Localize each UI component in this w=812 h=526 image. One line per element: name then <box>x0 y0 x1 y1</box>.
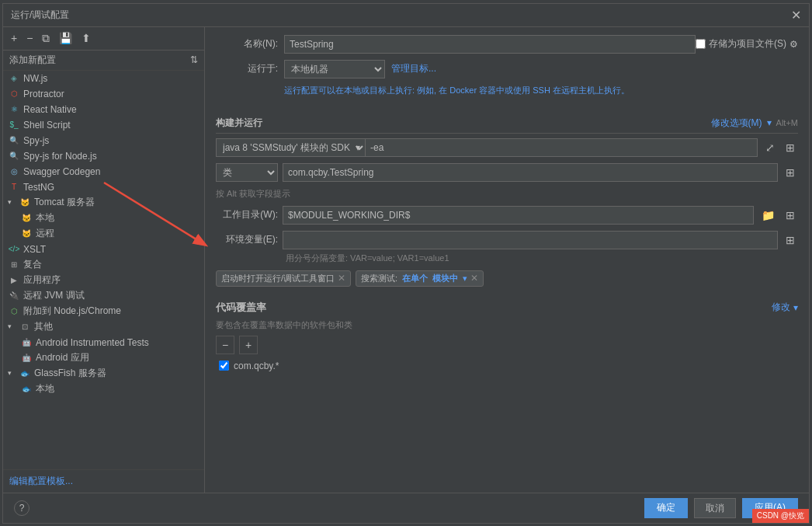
xslt-icon: </> <box>8 243 20 256</box>
sidebar-item-nwjs[interactable]: ◈ NW.js <box>3 71 204 86</box>
sidebar-item-nodechrome[interactable]: ⬡ 附加到 Node.js/Chrome <box>3 304 204 319</box>
left-toolbar: + − ⧉ 💾 ⬆ <box>3 27 204 51</box>
manage-targets-link[interactable]: 管理目标... <box>391 62 436 75</box>
run-hint-row: 运行配置可以在本地或目标上执行: 例如, 在 Docker 容器中或使用 SSH… <box>216 85 798 103</box>
sort-icon[interactable]: ⇅ <box>190 54 198 65</box>
coverage-item-checkbox[interactable] <box>219 361 229 371</box>
tag-startup-close[interactable]: ✕ <box>338 273 345 284</box>
sidebar-item-glassfish[interactable]: ▾ 🐟 GlassFish 服务器 <box>3 366 204 381</box>
sidebar-item-spynode[interactable]: 🔍 Spy-js for Node.js <box>3 148 204 164</box>
add-config-header: 添加新配置 ⇅ <box>3 51 204 71</box>
sidebar-item-protractor[interactable]: ⬡ Protractor <box>3 86 204 102</box>
copy-config-button[interactable]: ⧉ <box>39 31 53 45</box>
run-debug-config-dialog: 运行/调试配置 ✕ + − ⧉ 💾 ⬆ 添加新配置 ⇅ ◈ <box>2 3 810 524</box>
gear-icon[interactable]: ⚙ <box>789 39 798 50</box>
run-on-row: 运行于: 本地机器 管理目标... <box>216 60 798 78</box>
more-vm-btn[interactable]: ⊞ <box>783 140 798 155</box>
sidebar-item-label: Shell Script <box>23 120 71 131</box>
coverage-plus-btn[interactable]: + <box>239 336 258 354</box>
coverage-modify-arrow: ▾ <box>793 302 798 313</box>
sidebar-item-label: Android Instrumented Tests <box>36 337 149 348</box>
coverage-title: 代码覆盖率 <box>216 301 266 315</box>
more-class-btn[interactable]: ⊞ <box>783 165 798 180</box>
sidebar-item-other[interactable]: ▾ ⊡ 其他 <box>3 319 204 335</box>
sidebar-item-label: XSLT <box>23 244 46 255</box>
cancel-button[interactable]: 取消 <box>694 498 736 518</box>
class-type-select[interactable]: 类 <box>216 163 278 182</box>
swagger-icon: ◎ <box>8 165 20 178</box>
sidebar-item-react-native[interactable]: ⚛ React Native <box>3 102 204 117</box>
save-config-button[interactable]: 💾 <box>56 31 75 45</box>
build-section-title: 构建并运行 <box>216 117 262 130</box>
sidebar-item-remotejvm[interactable]: 🔌 远程 JVM 调试 <box>3 288 204 304</box>
add-config-button[interactable]: + <box>8 31 20 45</box>
sidebar-item-android-app[interactable]: 🤖 Android 应用 <box>3 350 204 366</box>
class-input[interactable] <box>283 163 778 182</box>
sidebar-item-label: 复合 <box>23 258 42 271</box>
ok-button[interactable]: 确定 <box>644 498 688 518</box>
sdk-select[interactable]: java 8 'SSMStudy' 模块的 SDK <box>216 138 366 157</box>
sidebar-item-label: React Native <box>23 104 77 115</box>
env-row: 环境变量(E): ⊞ <box>216 231 798 249</box>
expand-vm-btn[interactable]: ⤢ <box>762 140 778 155</box>
sidebar-item-local[interactable]: 🐱 本地 <box>3 211 204 226</box>
modify-options-link[interactable]: 修改选项(M) <box>711 117 762 130</box>
dialog-title: 运行/调试配置 <box>11 9 69 22</box>
main-content: + − ⧉ 💾 ⬆ 添加新配置 ⇅ ◈ NW.js ⬡ <box>3 27 809 493</box>
right-panel: 名称(N): 存储为项目文件(S) ⚙ 运行于: 本地机器 管理目标... 运 <box>205 27 809 493</box>
run-on-label: 运行于: <box>216 62 278 75</box>
composite-icon: ⊞ <box>8 259 20 271</box>
close-button[interactable]: ✕ <box>791 8 801 23</box>
coverage-modify-row: 修改 ▾ <box>772 301 798 314</box>
tag-search-close[interactable]: ✕ <box>470 273 478 284</box>
sidebar-item-xslt[interactable]: </> XSLT <box>3 242 204 257</box>
sidebar-item-label: Android 应用 <box>36 351 89 364</box>
tag-startup-window: 启动时打开运行/调试工具窗口 ✕ <box>216 270 351 287</box>
help-button[interactable]: ? <box>14 500 29 516</box>
sidebar-item-label: Tomcat 服务器 <box>34 196 95 209</box>
tag-search-extra: 模块中 <box>432 273 458 284</box>
sidebar-item-testng[interactable]: T TestNG <box>3 179 204 195</box>
vm-options-input[interactable] <box>365 138 758 157</box>
sidebar-item-label: 本地 <box>36 211 54 225</box>
coverage-minus-btn[interactable]: − <box>216 336 234 354</box>
run-on-select[interactable]: 本地机器 <box>284 60 385 78</box>
coverage-header: 代码覆盖率 修改 ▾ <box>216 301 798 315</box>
tomcat-remote-icon: 🐱 <box>20 228 33 240</box>
sidebar-item-app[interactable]: ▶ 应用程序 <box>3 273 204 288</box>
move-config-button[interactable]: ⬆ <box>78 31 94 45</box>
workdir-more-btn[interactable]: ⊞ <box>783 207 798 223</box>
class-row: 类 ⊞ <box>216 163 798 182</box>
coverage-modify-link[interactable]: 修改 <box>772 301 790 314</box>
tag-search-dropdown[interactable]: ▾ <box>463 273 467 284</box>
sdk-row: java 8 'SSMStudy' 模块的 SDK ▾ ⤢ ⊞ <box>216 138 798 157</box>
env-more-btn[interactable]: ⊞ <box>783 232 798 248</box>
workdir-folder-btn[interactable]: 📁 <box>758 207 778 223</box>
sidebar-item-remote[interactable]: 🐱 远程 <box>3 226 204 242</box>
env-input[interactable] <box>283 231 778 249</box>
title-bar: 运行/调试配置 ✕ <box>3 4 809 27</box>
name-input[interactable] <box>284 35 696 54</box>
coverage-desc: 要包含在覆盖率数据中的软件包和类 <box>216 319 798 331</box>
sidebar-item-tomcat[interactable]: ▾ 🐱 Tomcat 服务器 <box>3 195 204 211</box>
tomcat-local-icon: 🐱 <box>20 212 33 225</box>
sidebar-item-glassfish-local[interactable]: 🐟 本地 <box>3 381 204 397</box>
sidebar-item-composite[interactable]: ⊞ 复合 <box>3 257 204 273</box>
remove-config-button[interactable]: − <box>23 31 36 45</box>
other-icon: ⊡ <box>19 321 31 333</box>
sidebar-item-shell-script[interactable]: $_ Shell Script <box>3 117 204 133</box>
tags-row: 启动时打开运行/调试工具窗口 ✕ 搜索测试: 在单个 模块中 ▾ ✕ <box>216 270 798 287</box>
sidebar-item-android-instrumented[interactable]: 🤖 Android Instrumented Tests <box>3 335 204 350</box>
env-label: 环境变量(E): <box>216 233 278 246</box>
save-to-file-checkbox[interactable] <box>696 39 706 49</box>
tag-search-label: 搜索测试: <box>361 273 397 284</box>
sidebar-item-label: Protractor <box>23 89 64 99</box>
sidebar-item-spyjs[interactable]: 🔍 Spy-js <box>3 133 204 148</box>
workdir-input[interactable] <box>283 206 754 225</box>
coverage-item: com.qcby.* <box>216 359 798 373</box>
tree-container[interactable]: ◈ NW.js ⬡ Protractor ⚛ React Native $_ S… <box>3 71 204 469</box>
sidebar-item-swagger[interactable]: ◎ Swagger Codegen <box>3 164 204 179</box>
sidebar-item-label: Spy-js for Node.js <box>23 151 97 162</box>
edit-templates-link[interactable]: 编辑配置模板... <box>9 475 73 486</box>
other-expand-icon: ▾ <box>8 322 17 332</box>
